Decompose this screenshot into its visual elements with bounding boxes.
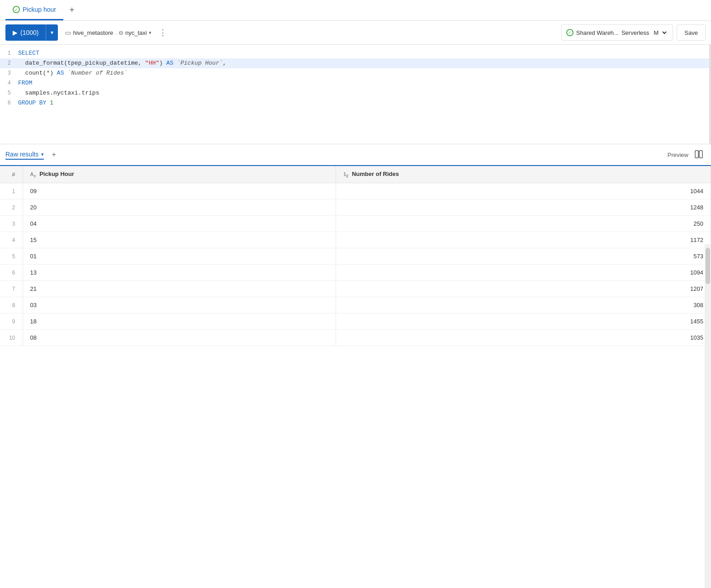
- cell-rownum: 5: [0, 248, 23, 265]
- save-button[interactable]: Save: [677, 24, 706, 41]
- warehouse-name: Shared Wareh...: [576, 29, 619, 36]
- editor-scrollbar: [709, 45, 711, 144]
- raw-results-label: Raw results: [5, 151, 38, 158]
- col-label-number-of-rides: Number of Rides: [352, 171, 399, 177]
- database-icon: ⊖: [118, 29, 123, 36]
- table-row: 3 04 250: [0, 216, 711, 232]
- tab-pickup-hour[interactable]: ✓ Pickup hour: [5, 0, 63, 20]
- cell-number-of-rides: 308: [336, 297, 711, 313]
- run-icon: ▶: [13, 29, 18, 36]
- code-editor[interactable]: 1 SELECT 2 date_format(tpep_pickup_datet…: [0, 45, 711, 144]
- col-label-pickup-hour: Pickup Hour: [39, 171, 74, 177]
- table-row: 7 21 1207: [0, 281, 711, 297]
- code-line-6: 6 GROUP BY 1: [0, 98, 711, 108]
- cell-rownum: 8: [0, 297, 23, 313]
- layout-icon: [695, 150, 703, 158]
- scrollbar-track[interactable]: [705, 244, 711, 346]
- svg-rect-1: [699, 151, 702, 158]
- database-name: nyc_taxi: [125, 29, 147, 36]
- cell-number-of-rides: 573: [336, 248, 711, 265]
- cell-number-of-rides: 1248: [336, 199, 711, 216]
- run-dropdown-button[interactable]: ▾: [46, 24, 58, 41]
- results-header: Raw results ▾ + Preview: [0, 144, 711, 166]
- cell-number-of-rides: 1035: [336, 330, 711, 346]
- layout-toggle-button[interactable]: [692, 150, 706, 160]
- code-line-1: 1 SELECT: [0, 48, 711, 58]
- table-row: 4 15 1172: [0, 232, 711, 248]
- cell-pickup-hour: 21: [23, 281, 336, 297]
- scrollbar-thumb[interactable]: [706, 248, 710, 284]
- cell-pickup-hour: 08: [23, 330, 336, 346]
- cell-number-of-rides: 1094: [336, 265, 711, 281]
- catalog-chevron-icon: ▾: [149, 30, 152, 36]
- code-line-3: 3 count(*) AS `Number of Rides`: [0, 68, 711, 78]
- table-row: 10 08 1035: [0, 330, 711, 346]
- code-line-5: 5 samples.nyctaxi.trips: [0, 88, 711, 98]
- code-line-4: 4 FROM: [0, 78, 711, 88]
- col-header-number-of-rides: 12 Number of Rides: [336, 166, 711, 183]
- cell-number-of-rides: 1044: [336, 183, 711, 199]
- catalog-name: hive_metastore: [73, 29, 113, 36]
- tab-status-icon: ✓: [13, 6, 20, 13]
- cell-rownum: 7: [0, 281, 23, 297]
- tab-label: Pickup hour: [23, 6, 56, 13]
- preview-button[interactable]: Preview: [664, 152, 692, 158]
- string-type-icon: Ac: [30, 171, 36, 177]
- raw-results-chevron-icon: ▾: [41, 152, 44, 157]
- warehouse-type: Serverless: [621, 29, 649, 36]
- run-button-group: ▶ (1000) ▾: [5, 24, 58, 41]
- table-row: 6 13 1094: [0, 265, 711, 281]
- col-header-pickup-hour: Ac Pickup Hour: [23, 166, 336, 183]
- more-options-button[interactable]: ⋮: [155, 28, 171, 38]
- cell-pickup-hour: 01: [23, 248, 336, 265]
- table-row: 2 20 1248: [0, 199, 711, 216]
- cell-pickup-hour: 20: [23, 199, 336, 216]
- catalog-info: ▭ hive_metastore . ⊖ nyc_taxi ▾: [65, 29, 151, 36]
- cell-number-of-rides: 1455: [336, 313, 711, 330]
- cell-pickup-hour: 04: [23, 216, 336, 232]
- table-row: 9 18 1455: [0, 313, 711, 330]
- table-row: 5 01 573: [0, 248, 711, 265]
- warehouse-status-icon: ✓: [566, 29, 574, 36]
- col-header-rownum: #: [0, 166, 23, 183]
- cell-pickup-hour: 09: [23, 183, 336, 199]
- cell-rownum: 3: [0, 216, 23, 232]
- table-row: 1 09 1044: [0, 183, 711, 199]
- tab-bar: ✓ Pickup hour +: [0, 0, 711, 21]
- raw-results-tab[interactable]: Raw results ▾: [5, 151, 44, 160]
- warehouse-status: ✓ Shared Wareh... Serverless M S L XL: [561, 24, 673, 41]
- cell-rownum: 2: [0, 199, 23, 216]
- catalog-icon: ▭: [65, 29, 71, 36]
- cell-rownum: 4: [0, 232, 23, 248]
- cell-rownum: 1: [0, 183, 23, 199]
- add-tab-button[interactable]: +: [65, 4, 79, 17]
- cell-pickup-hour: 18: [23, 313, 336, 330]
- code-line-2: 2 date_format(tpep_pickup_datetime, "HH"…: [0, 58, 711, 68]
- numeric-type-icon: 12: [343, 171, 348, 177]
- table-row: 8 03 308: [0, 297, 711, 313]
- run-button[interactable]: ▶ (1000): [5, 24, 46, 41]
- cell-pickup-hour: 03: [23, 297, 336, 313]
- cell-pickup-hour: 13: [23, 265, 336, 281]
- warehouse-size-select[interactable]: M S L XL: [652, 29, 668, 37]
- cell-number-of-rides: 250: [336, 216, 711, 232]
- cell-pickup-hour: 15: [23, 232, 336, 248]
- cell-rownum: 6: [0, 265, 23, 281]
- toolbar: ▶ (1000) ▾ ▭ hive_metastore . ⊖ nyc_taxi…: [0, 21, 711, 45]
- cell-rownum: 10: [0, 330, 23, 346]
- run-dropdown-icon: ▾: [51, 29, 53, 36]
- results-table: # Ac Pickup Hour 12 Number of Rides 1 09…: [0, 166, 711, 346]
- cell-number-of-rides: 1172: [336, 232, 711, 248]
- add-result-tab-button[interactable]: +: [47, 148, 60, 161]
- results-body: 1 09 1044 2 20 1248 3 04 250 4 15 1172 5…: [0, 183, 711, 346]
- table-header-row: # Ac Pickup Hour 12 Number of Rides: [0, 166, 711, 183]
- svg-rect-0: [695, 151, 698, 158]
- results-table-wrapper: # Ac Pickup Hour 12 Number of Rides 1 09…: [0, 166, 711, 346]
- cell-rownum: 9: [0, 313, 23, 330]
- run-label: (1000): [20, 29, 38, 36]
- catalog-separator: .: [115, 29, 117, 36]
- cell-number-of-rides: 1207: [336, 281, 711, 297]
